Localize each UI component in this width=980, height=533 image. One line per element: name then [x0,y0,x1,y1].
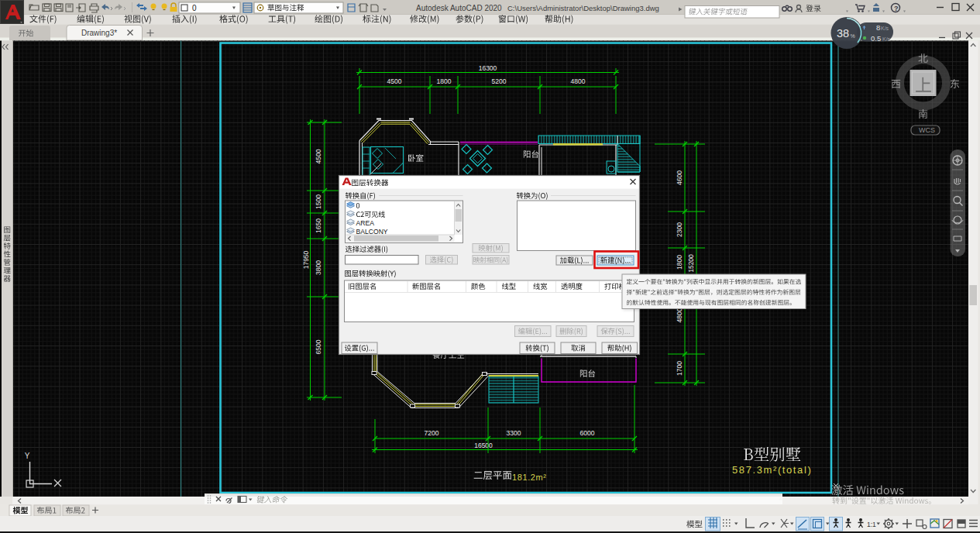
svg-text:3800: 3800 [315,260,322,275]
svg-text:587.3m²(total): 587.3m²(total) [732,464,812,476]
svg-text:6500: 6500 [315,339,322,354]
svg-text:1650: 1650 [315,218,322,233]
svg-text:1700: 1700 [676,361,683,376]
svg-text:15200: 15200 [687,254,695,273]
svg-text:16500: 16500 [474,442,493,449]
svg-text:4500: 4500 [387,77,402,85]
svg-text:5200: 5200 [492,77,507,85]
svg-text:0: 0 [192,4,197,12]
svg-text:3300: 3300 [507,429,521,437]
svg-text:AREA: AREA [356,219,375,227]
svg-text:6000: 6000 [580,429,595,437]
svg-text:Y: Y [25,452,30,460]
svg-text:1800: 1800 [676,255,683,270]
svg-text:?: ? [894,5,899,12]
svg-text:K/s: K/s [882,36,891,42]
svg-text:%: % [851,33,855,39]
svg-text:C:\Users\Administrator\Desktop: C:\Users\Administrator\Desktop\Drawing3.… [507,4,659,12]
svg-text:1:1: 1:1 [867,521,876,528]
svg-text:4600: 4600 [676,170,683,185]
svg-text:38: 38 [837,27,849,40]
svg-text:181.2m²: 181.2m² [512,473,547,482]
svg-text:K/s: K/s [881,26,889,31]
svg-text:1800: 1800 [437,77,452,85]
svg-text:17950: 17950 [302,250,310,269]
svg-text:Drawing3*: Drawing3* [81,29,117,37]
svg-text:4800: 4800 [676,308,683,322]
svg-text:8: 8 [876,23,880,32]
svg-text:WCS: WCS [919,126,935,134]
svg-text:1500: 1500 [315,194,322,209]
svg-text:Autodesk AutoCAD 2020: Autodesk AutoCAD 2020 [416,4,502,12]
svg-text:4800: 4800 [571,77,586,85]
svg-text:16300: 16300 [479,64,497,72]
svg-text:7200: 7200 [425,429,439,437]
svg-text:2300: 2300 [676,222,683,237]
svg-text:4500: 4500 [315,149,322,163]
svg-text:0.5: 0.5 [871,34,881,43]
